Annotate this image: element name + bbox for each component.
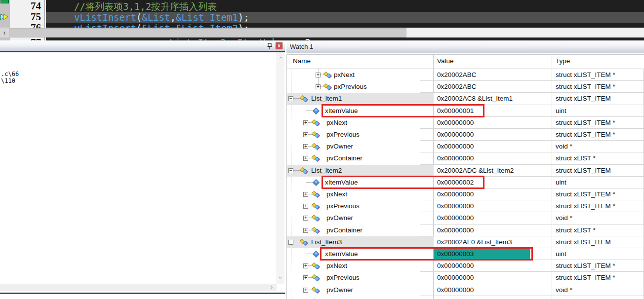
expand-plus-icon[interactable]: +: [303, 132, 308, 137]
row-shade: [287, 236, 434, 248]
collapse-minus-icon[interactable]: −: [288, 240, 293, 245]
watch-row[interactable]: −List_Item20x20002ADC &List_Item2struct …: [287, 165, 644, 177]
watch-row[interactable]: xItemValue0x00000001uint: [287, 105, 644, 117]
watch-value[interactable]: 0x00000003: [437, 248, 474, 260]
watch-name[interactable]: pvOwner: [326, 284, 353, 296]
column-header-type[interactable]: Type: [556, 57, 570, 65]
watch-name[interactable]: List_Item1: [311, 93, 342, 105]
watch-value[interactable]: 0x00000000: [437, 117, 474, 129]
watch-row[interactable]: +pxPrevious0x00000000struct xLIST_ITEM *: [287, 272, 644, 284]
editor-scrollbar-thumb[interactable]: [9, 28, 406, 37]
watch-name[interactable]: pxNext: [334, 69, 355, 81]
watch-row[interactable]: xItemValue0x00000003uint: [287, 248, 644, 260]
watch-name[interactable]: pvContainer: [326, 224, 362, 236]
watch-name[interactable]: pxPrevious: [326, 272, 360, 284]
watch-row[interactable]: +pvOwner0x00000000void *: [287, 141, 644, 152]
watch-row[interactable]: −List_Item10x20002AC8 &List_Item1struct …: [287, 93, 644, 105]
watch-row[interactable]: +pxPrevious0x00000000struct xLIST_ITEM *: [287, 200, 644, 212]
watch-name[interactable]: pxPrevious: [326, 129, 360, 141]
expand-plus-icon[interactable]: +: [303, 144, 308, 149]
watch-name[interactable]: xItemValue: [325, 177, 358, 188]
watch-row[interactable]: +pxNext0x00000000struct xLIST_ITEM *: [287, 117, 644, 129]
watch-row[interactable]: +pvContainer0x00000000struct xLIST *: [287, 224, 644, 236]
watch-value[interactable]: 0x20002ADC &List_Item2: [437, 165, 514, 177]
watch-panel-titlebar[interactable]: Watch 1: [286, 40, 644, 53]
pin-icon[interactable]: [266, 43, 273, 50]
expand-plus-icon[interactable]: +: [303, 228, 308, 233]
watch-value[interactable]: 0x00000000: [437, 260, 474, 272]
scroll-down-icon[interactable]: ›: [277, 274, 284, 281]
output-vertical-scrollbar[interactable]: › ›: [277, 52, 284, 284]
expand-plus-icon[interactable]: +: [316, 73, 321, 77]
watch-row[interactable]: xItemValue0x00000002uint: [287, 177, 644, 188]
watch-value[interactable]: 0x00000000: [437, 296, 474, 299]
watch-value[interactable]: 0x20002AC8 &List_Item1: [437, 93, 513, 105]
watch-name[interactable]: pxNext: [326, 260, 347, 272]
watch-name[interactable]: xItemValue: [325, 248, 358, 260]
watch-row[interactable]: +pxPrevious0x00000000struct xLIST_ITEM *: [287, 129, 644, 141]
code-token: (: [136, 12, 142, 23]
collapse-minus-icon[interactable]: −: [288, 96, 293, 101]
watch-name[interactable]: pxPrevious: [326, 200, 360, 212]
expand-plus-icon[interactable]: +: [303, 263, 308, 268]
watch-value[interactable]: 0x20002ABC: [437, 81, 477, 93]
expand-plus-icon[interactable]: +: [303, 120, 308, 125]
close-button[interactable]: x: [276, 42, 282, 49]
watch-name[interactable]: pvContainer: [326, 296, 362, 299]
watch-row[interactable]: +pxNext0x20002ABCstruct xLIST_ITEM *: [287, 69, 644, 81]
code-editor[interactable]: //将列表项3,1,2按升序插入列表 vListInsert(&List,&Li…: [0, 0, 644, 40]
expand-plus-icon[interactable]: +: [303, 275, 308, 280]
expand-plus-icon[interactable]: +: [303, 288, 308, 293]
value-member-icon: [313, 179, 320, 188]
watch-value[interactable]: 0x20002ABC: [437, 69, 477, 81]
watch-value[interactable]: 0x00000000: [437, 224, 474, 236]
watch-value[interactable]: 0x00000000: [437, 212, 474, 224]
watch-row[interactable]: +pvOwner0x00000000void *: [287, 284, 644, 296]
watch-value[interactable]: 0x20002AF0 &List_Item3: [437, 236, 512, 248]
watch-name[interactable]: List_Item2: [311, 165, 342, 177]
expand-plus-icon[interactable]: +: [303, 156, 308, 161]
watch-type: struct xLIST_ITEM *: [556, 69, 615, 81]
watch-row[interactable]: +pvContainer0x00000000struct xLIST *: [287, 152, 644, 164]
watch-name[interactable]: xItemValue: [325, 105, 358, 117]
expand-plus-icon[interactable]: +: [303, 216, 308, 221]
expand-plus-icon[interactable]: +: [316, 84, 321, 89]
watch-value[interactable]: 0x00000000: [437, 200, 474, 212]
output-horizontal-scrollbar[interactable]: ›: [0, 284, 277, 291]
watch-value[interactable]: 0x00000001: [437, 105, 474, 117]
editor-horizontal-scrollbar[interactable]: ‹: [0, 28, 644, 37]
watch-name[interactable]: pxNext: [326, 117, 347, 129]
watch-value[interactable]: 0x00000000: [437, 188, 474, 200]
tree-stub: [308, 218, 312, 218]
column-header-name[interactable]: Name: [293, 57, 311, 65]
watch-name[interactable]: pvOwner: [326, 141, 353, 152]
output-panel-titlebar[interactable]: x: [0, 40, 285, 51]
scroll-right-icon[interactable]: ›: [268, 284, 275, 291]
watch-name[interactable]: pxNext: [326, 188, 347, 200]
watch-value[interactable]: 0x00000002: [437, 177, 474, 188]
watch-type: uint: [556, 177, 566, 188]
watch-row[interactable]: +pvContainer0x00000000struct xLIST *: [287, 296, 644, 299]
output-panel-content[interactable]: .c\66 \110: [0, 52, 277, 284]
watch-value[interactable]: 0x00000000: [437, 272, 474, 284]
watch-value[interactable]: 0x00000000: [437, 129, 474, 141]
watch-name[interactable]: pvOwner: [326, 212, 353, 224]
watch-name[interactable]: List_Item3: [311, 236, 342, 248]
watch-row[interactable]: +pxNext0x00000000struct xLIST_ITEM *: [287, 260, 644, 272]
watch-table[interactable]: Name Value Type +pxNext0x20002ABCstruct …: [286, 54, 644, 299]
watch-value[interactable]: 0x00000000: [437, 284, 474, 296]
column-header-value[interactable]: Value: [437, 57, 454, 65]
scroll-left-button[interactable]: ‹: [0, 28, 9, 37]
watch-value[interactable]: 0x00000000: [437, 141, 474, 152]
watch-name[interactable]: pxPrevious: [334, 81, 367, 93]
scroll-up-icon[interactable]: ›: [277, 54, 284, 61]
watch-value[interactable]: 0x00000000: [437, 152, 474, 164]
expand-plus-icon[interactable]: +: [303, 192, 308, 197]
expand-plus-icon[interactable]: +: [303, 204, 308, 209]
watch-row[interactable]: +pxPrevious0x20002ABCstruct xLIST_ITEM *: [287, 81, 644, 93]
watch-row[interactable]: +pvOwner0x00000000void *: [287, 212, 644, 224]
watch-row[interactable]: +pxNext0x00000000struct xLIST_ITEM *: [287, 188, 644, 200]
collapse-minus-icon[interactable]: −: [288, 168, 293, 173]
watch-row[interactable]: −List_Item30x20002AF0 &List_Item3struct …: [287, 236, 644, 248]
watch-name[interactable]: pvContainer: [326, 152, 362, 164]
